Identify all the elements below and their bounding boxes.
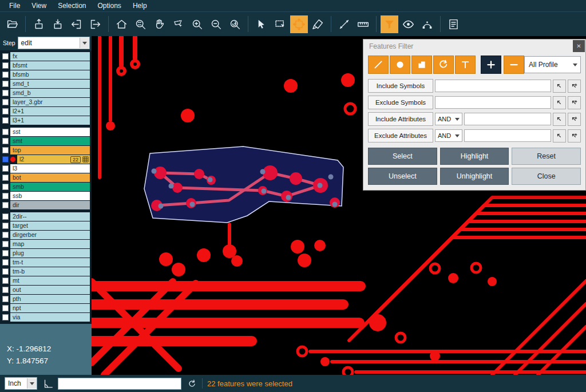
layer-row-target[interactable]: target	[1, 221, 90, 230]
layer-checkbox[interactable]	[2, 278, 9, 284]
include-attributes-op-select[interactable]: AND	[435, 113, 462, 125]
layer-row-top[interactable]: top	[1, 146, 90, 155]
pick-symbol-add-icon[interactable]	[568, 80, 581, 93]
menu-item-file[interactable]: File	[3, 0, 26, 11]
zoom-in-icon[interactable]	[188, 15, 206, 33]
step-select[interactable]: edit	[18, 37, 90, 49]
add-filter-button[interactable]	[481, 56, 501, 74]
layer-checkbox[interactable]	[2, 250, 9, 256]
layer-checkbox[interactable]	[2, 202, 9, 208]
menu-item-options[interactable]: Options	[92, 0, 127, 11]
layer-row-ssb[interactable]: ssb	[1, 192, 90, 200]
paint-icon[interactable]	[309, 15, 327, 33]
arc-tool-button[interactable]	[433, 56, 454, 74]
layer-checkbox[interactable]	[2, 99, 9, 105]
layer-row-smd_t[interactable]: smd_t	[1, 80, 90, 88]
polygon-tool-button[interactable]	[411, 56, 432, 74]
view-options-icon[interactable]	[399, 15, 417, 33]
layer-row-via[interactable]: via	[1, 313, 90, 322]
refresh-icon[interactable]	[186, 378, 197, 389]
ruler-icon[interactable]	[354, 15, 372, 33]
layer-checkbox[interactable]	[2, 129, 9, 135]
import-left-icon[interactable]	[68, 15, 85, 33]
layer-checkbox[interactable]	[2, 287, 9, 293]
chevron-down-icon[interactable]	[27, 378, 37, 389]
layer-checkbox[interactable]	[2, 138, 9, 144]
pad-tool-button[interactable]	[390, 56, 410, 74]
layer-checkbox[interactable]	[2, 213, 9, 220]
include-attributes-button[interactable]: Include Attributes	[368, 112, 433, 126]
exclude-attributes-op-select[interactable]: AND	[435, 129, 462, 142]
units-select[interactable]: Inch	[5, 377, 37, 390]
layer-checkbox[interactable]	[2, 53, 9, 60]
layer-checkbox[interactable]	[2, 165, 9, 172]
layer-checkbox[interactable]	[2, 184, 9, 190]
layer-row-l3[interactable]: l3	[1, 164, 90, 173]
layer-row-layer_3.gbr[interactable]: layer_3.gbr	[1, 98, 90, 106]
profile-select[interactable]: All Profile	[524, 56, 581, 73]
dialog-titlebar[interactable]: Features Filter ✕	[363, 39, 585, 53]
pcb-viewport[interactable]: Features Filter ✕ All Profile Include Sy…	[92, 35, 586, 375]
select-button[interactable]: Select	[368, 148, 437, 165]
net-icon[interactable]	[418, 15, 436, 33]
report-icon[interactable]	[445, 15, 462, 33]
layer-row-npt[interactable]: npt	[1, 304, 90, 312]
remove-filter-button[interactable]	[504, 56, 524, 74]
snap-angle-icon[interactable]	[42, 378, 53, 389]
layer-checkbox[interactable]	[2, 117, 9, 124]
layer-checkbox[interactable]	[2, 232, 9, 238]
transform-select-icon[interactable]	[290, 15, 308, 33]
layer-row-smd_b[interactable]: smd_b	[1, 89, 90, 97]
layer-checkbox[interactable]	[2, 259, 9, 266]
close-icon[interactable]: ✕	[573, 40, 585, 52]
layer-row-plug[interactable]: plug	[1, 249, 90, 258]
layer-row-fx[interactable]: fx	[1, 52, 90, 61]
layer-checkbox[interactable]	[2, 305, 9, 311]
layer-row-mt[interactable]: mt	[1, 276, 90, 285]
layer-checkbox[interactable]	[2, 296, 9, 302]
layer-row-dir[interactable]: dir	[1, 201, 90, 209]
board-import-down-icon[interactable]	[49, 15, 66, 33]
filter-icon[interactable]	[381, 15, 398, 33]
close-button[interactable]: Close	[512, 168, 581, 185]
open-file-icon[interactable]	[3, 15, 21, 33]
unselect-button[interactable]: Unselect	[368, 168, 437, 185]
pan-icon[interactable]	[151, 15, 168, 33]
layer-checkbox[interactable]	[2, 90, 9, 96]
layer-checkbox[interactable]	[2, 156, 9, 163]
exclude-symbols-input[interactable]	[435, 96, 551, 109]
layer-row-pth[interactable]: pth	[1, 295, 90, 303]
layer-checkbox[interactable]	[2, 241, 9, 247]
layer-checkbox[interactable]	[2, 147, 9, 153]
layer-checkbox[interactable]	[2, 81, 9, 87]
include-attributes-input[interactable]	[464, 113, 551, 125]
layer-row-2dir--[interactable]: 2dir--	[1, 212, 90, 221]
menu-item-selection[interactable]: Selection	[52, 0, 92, 11]
layer-checkbox[interactable]	[2, 193, 9, 199]
measure-icon[interactable]	[335, 15, 353, 33]
chevron-down-icon[interactable]	[80, 38, 89, 48]
layer-checkbox[interactable]	[2, 223, 9, 229]
lasso-select-icon[interactable]	[169, 15, 187, 33]
layer-row-smt[interactable]: smt	[1, 137, 90, 145]
pointer-icon[interactable]	[252, 15, 270, 33]
layer-checkbox[interactable]	[2, 108, 9, 114]
line-tool-button[interactable]	[368, 56, 389, 74]
zoom-area-icon[interactable]	[132, 15, 149, 33]
export-right-icon[interactable]	[86, 15, 104, 33]
exclude-attributes-input[interactable]	[464, 129, 551, 142]
pick-symbol-icon[interactable]	[553, 96, 566, 109]
layer-checkbox[interactable]	[2, 62, 9, 69]
layer-row-tm-b[interactable]: tm-b	[1, 267, 90, 276]
unhighlight-button[interactable]: Unhighlight	[440, 168, 509, 185]
include-symbols-input[interactable]	[435, 80, 551, 92]
home-view-icon[interactable]	[113, 15, 130, 33]
layer-checkbox[interactable]	[2, 72, 9, 78]
layer-row-out[interactable]: out	[1, 286, 90, 294]
pick-symbol-icon[interactable]	[553, 80, 566, 93]
include-symbols-button[interactable]: Include Symbols	[368, 79, 433, 93]
layer-row-l2[interactable]: l222	[1, 155, 90, 164]
zoom-out-icon[interactable]	[207, 15, 225, 33]
layer-row-l2+1[interactable]: l2+1	[1, 107, 90, 116]
layer-checkbox[interactable]	[2, 175, 9, 181]
